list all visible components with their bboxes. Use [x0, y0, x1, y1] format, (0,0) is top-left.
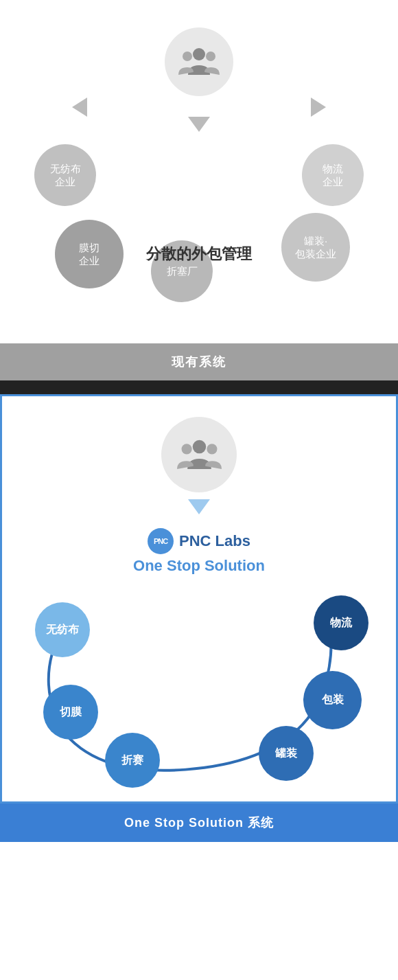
svg-point-1: [183, 52, 192, 61]
arrow-down-container: [14, 117, 384, 132]
divider-label: 现有系统: [172, 354, 226, 370]
pnc-logo-circle: PNC: [148, 528, 174, 554]
top-center-circle: [165, 27, 233, 96]
bubble-wfb: 无纺布企业: [34, 144, 96, 206]
svg-point-3: [192, 440, 206, 453]
top-circles-container: 无纺布企业 物流企业 膜切企业 折塞厂 罐装·包装企业 分散的外包管理: [14, 130, 384, 323]
top-section-title: 分散的外包管理: [146, 244, 252, 264]
pnc-logo-area: PNC PNC Labs One Stop Solution: [16, 528, 382, 575]
bubble-blue-qm: 切膜: [43, 685, 98, 740]
svg-point-2: [206, 52, 215, 61]
svg-point-0: [193, 48, 205, 60]
svg-point-4: [181, 444, 191, 454]
gray-divider: 现有系统: [0, 343, 398, 380]
footer-label: One Stop Solution 系统: [124, 814, 274, 831]
black-band: [0, 380, 398, 394]
people-icon-bottom: [177, 436, 222, 474]
bubble-wl: 物流企业: [302, 144, 364, 206]
people-icon: [178, 45, 220, 79]
bubble-blue-wfb: 无纺布: [35, 602, 90, 657]
arrow-left: [72, 98, 87, 117]
bottom-center-circle: [161, 417, 237, 492]
bubble-blue-gz: 罐装: [259, 726, 314, 781]
bottom-section: PNC PNC Labs One Stop Solution 无纺布 物流 包装…: [0, 394, 398, 804]
bubble-blue-zs: 折赛: [105, 733, 160, 788]
bubble-gz: 罐装·包装企业: [281, 213, 350, 282]
svg-point-5: [207, 444, 217, 454]
arrow-right: [311, 98, 326, 117]
pnc-logo-row: PNC PNC Labs: [148, 528, 250, 554]
bubble-blue-bz: 包装: [303, 671, 362, 729]
arrow-down-blue-icon: [188, 499, 210, 514]
pnc-labs-text: PNC Labs: [179, 532, 250, 550]
bottom-blue-bar: One Stop Solution 系统: [0, 804, 398, 842]
arrow-down-icon: [188, 117, 210, 132]
one-stop-label: One Stop Solution: [133, 557, 265, 575]
bubble-mq: 膜切企业: [55, 220, 124, 288]
top-section: 无纺布企业 物流企业 膜切企业 折塞厂 罐装·包装企业 分散的外包管理: [0, 0, 398, 343]
arc-container: 无纺布 物流 包装 罐装 折赛 切膜: [16, 582, 382, 788]
bubble-blue-wl: 物流: [314, 595, 368, 650]
